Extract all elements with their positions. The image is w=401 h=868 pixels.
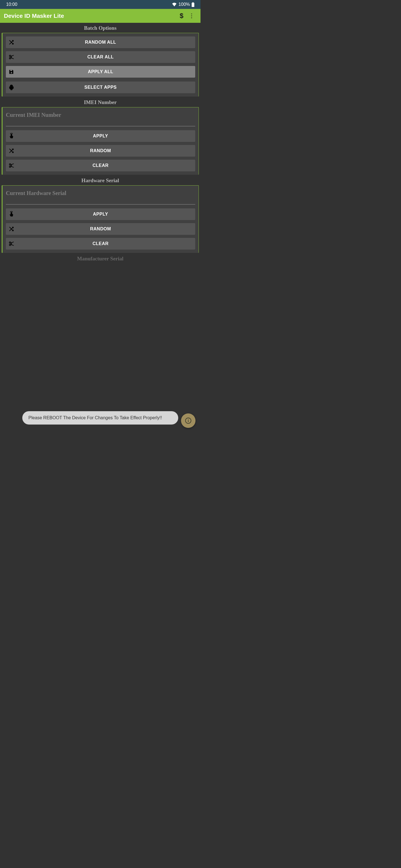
hwserial-card: Current Hardware Serial APPLY RANDOM CLE…: [2, 185, 199, 253]
apply-all-button[interactable]: APPLY ALL: [6, 66, 195, 78]
section-title-hwserial: Hardware Serial: [0, 178, 200, 184]
select-apps-button[interactable]: SELECT APPS: [6, 82, 195, 93]
imei-clear-label: CLEAR: [6, 163, 195, 168]
apply-all-label: APPLY ALL: [6, 69, 195, 74]
overflow-menu-button[interactable]: [187, 13, 197, 18]
toast-message: Please REBOOT The Device For Changes To …: [22, 411, 178, 425]
app-title: Device ID Masker Lite: [4, 12, 176, 19]
hwserial-random-label: RANDOM: [6, 226, 195, 231]
svg-point-4: [191, 15, 192, 17]
content: Batch Options RANDOM ALL CLEAR ALL APPLY…: [0, 25, 200, 262]
batch-options-card: RANDOM ALL CLEAR ALL APPLY ALL SELECT AP…: [2, 33, 199, 96]
svg-point-5: [191, 17, 192, 18]
hwserial-apply-label: APPLY: [6, 212, 195, 217]
random-all-label: RANDOM ALL: [6, 40, 195, 45]
more-vert-icon: [191, 13, 192, 18]
imei-input[interactable]: Current IMEI Number: [6, 112, 195, 126]
imei-random-label: RANDOM: [6, 148, 195, 153]
svg-text:$: $: [180, 12, 183, 19]
hwserial-clear-button[interactable]: CLEAR: [6, 238, 195, 250]
svg-rect-0: [192, 2, 194, 7]
clear-all-label: CLEAR ALL: [6, 55, 195, 60]
info-fab[interactable]: [181, 413, 196, 428]
clear-all-button[interactable]: CLEAR ALL: [6, 51, 195, 63]
section-title-batch: Batch Options: [0, 25, 200, 31]
hwserial-clear-label: CLEAR: [6, 241, 195, 246]
imei-apply-button[interactable]: APPLY: [6, 130, 195, 142]
wifi-icon: [172, 2, 177, 6]
imei-apply-label: APPLY: [6, 133, 195, 138]
status-battery-pct: 100%: [178, 2, 190, 7]
imei-clear-button[interactable]: CLEAR: [6, 160, 195, 172]
section-title-mfserial: Manufacturer Serial: [0, 256, 200, 262]
section-title-imei: IMEI Number: [0, 99, 200, 105]
hwserial-input[interactable]: Current Hardware Serial: [6, 190, 195, 205]
svg-point-3: [191, 13, 192, 14]
status-time: 10:00: [6, 2, 17, 7]
imei-card: Current IMEI Number APPLY RANDOM CLEAR: [2, 107, 199, 175]
svg-rect-1: [193, 2, 194, 3]
svg-rect-15: [188, 420, 189, 422]
random-all-button[interactable]: RANDOM ALL: [6, 36, 195, 48]
status-bar: 10:00 100%: [0, 0, 200, 9]
status-right: 100%: [172, 2, 194, 7]
dollar-icon: $: [180, 12, 183, 19]
info-icon: [185, 417, 192, 424]
battery-icon: [192, 2, 194, 7]
svg-rect-16: [188, 419, 189, 420]
hwserial-apply-button[interactable]: APPLY: [6, 208, 195, 220]
purchase-button[interactable]: $: [176, 12, 187, 19]
select-apps-label: SELECT APPS: [6, 85, 195, 90]
hwserial-random-button[interactable]: RANDOM: [6, 223, 195, 235]
imei-random-button[interactable]: RANDOM: [6, 145, 195, 157]
app-bar: Device ID Masker Lite $: [0, 9, 200, 23]
